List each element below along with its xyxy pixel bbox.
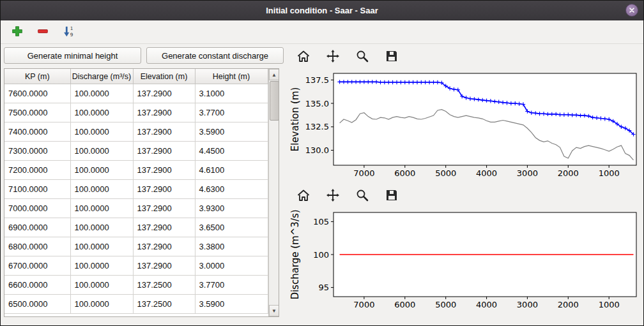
table-cell[interactable]: 6700.0000 (4, 256, 70, 276)
sort-button[interactable]: 1 9 (59, 23, 77, 41)
table-cell[interactable]: 3.7700 (195, 276, 268, 295)
table-cell[interactable]: 7100.0000 (4, 180, 70, 199)
zoom-icon (355, 49, 369, 65)
table-cell[interactable]: 3.3800 (195, 237, 268, 256)
table-cell[interactable]: 3.1000 (195, 84, 268, 103)
column-header[interactable]: Height (m) (195, 69, 268, 84)
table-cell[interactable]: 4.6100 (195, 161, 268, 180)
elevation-chart[interactable]: 7000600050004000300020001000130.0132.513… (289, 68, 644, 184)
svg-text:130.0: 130.0 (305, 145, 329, 155)
table-cell[interactable]: 100.0000 (70, 256, 133, 276)
table-cell[interactable]: 7000.0000 (4, 199, 70, 218)
discharge-chart[interactable]: 700060005000400030002000100095100105Disc… (289, 207, 644, 316)
table-cell[interactable]: 100.0000 (70, 122, 133, 142)
svg-text:135.0: 135.0 (305, 99, 329, 108)
table-row[interactable]: 7000.0000100.0000137.29003.9300 (4, 199, 268, 218)
plot1-home-button[interactable] (294, 47, 313, 66)
plot2-save-button[interactable] (382, 186, 401, 205)
table-cell[interactable]: 3.0000 (195, 256, 268, 276)
table-cell[interactable]: 7300.0000 (4, 142, 70, 161)
table-row[interactable]: 6500.0000100.0000137.25003.5900 (4, 295, 268, 314)
table-cell[interactable]: 3.6500 (195, 218, 268, 237)
plot1-pan-button[interactable] (323, 47, 342, 66)
table-row[interactable]: 6800.0000100.0000137.29003.3800 (4, 237, 268, 256)
table-row[interactable]: 7300.0000100.0000137.29004.4500 (4, 142, 268, 161)
table-cell[interactable]: 3.9300 (195, 199, 268, 218)
table-cell[interactable]: 137.2900 (133, 180, 195, 199)
plot1-zoom-button[interactable] (353, 47, 372, 66)
table-cell[interactable]: 6500.0000 (4, 295, 70, 314)
table-cell[interactable]: 100.0000 (70, 218, 133, 237)
table-cell[interactable]: 137.2900 (133, 256, 195, 276)
table-cell[interactable]: 100.0000 (70, 295, 133, 314)
close-button[interactable] (625, 4, 638, 17)
table-cell[interactable]: 100.0000 (70, 103, 133, 122)
save-icon (385, 49, 399, 65)
table-row[interactable]: 7100.0000100.0000137.29004.6300 (4, 180, 268, 199)
home-icon (296, 49, 310, 65)
plot1-save-button[interactable] (382, 47, 401, 66)
plot2-zoom-button[interactable] (353, 186, 372, 205)
table-row[interactable]: 6900.0000100.0000137.29003.6500 (4, 218, 268, 237)
table-cell[interactable]: 137.2900 (133, 161, 195, 180)
table-cell[interactable]: 137.2900 (133, 103, 195, 122)
table-cell[interactable]: 7600.0000 (4, 84, 70, 103)
svg-text:5000: 5000 (435, 168, 456, 178)
sort-ascending-icon: 1 9 (62, 25, 75, 40)
table-cell[interactable]: 3.7700 (195, 103, 268, 122)
table-cell[interactable]: 100.0000 (70, 199, 133, 218)
plot2-home-button[interactable] (294, 186, 313, 205)
scrollbar-track[interactable] (269, 80, 280, 305)
table-cell[interactable]: 137.2900 (133, 142, 195, 161)
column-header[interactable]: KP (m) (4, 69, 70, 84)
table-cell[interactable]: 100.0000 (70, 84, 133, 103)
svg-text:9: 9 (70, 32, 73, 38)
table-cell[interactable]: 6600.0000 (4, 276, 70, 295)
table-cell[interactable]: 7200.0000 (4, 161, 70, 180)
svg-text:Discharge (m^3/s): Discharge (m^3/s) (289, 209, 301, 299)
column-header[interactable]: Elevation (m) (133, 69, 195, 84)
table-cell[interactable]: 137.2900 (133, 122, 195, 142)
table-row[interactable]: 7500.0000100.0000137.29003.7700 (4, 103, 268, 122)
table-cell[interactable]: 6900.0000 (4, 218, 70, 237)
table-cell[interactable]: 100.0000 (70, 237, 133, 256)
table-row[interactable]: 6700.0000100.0000137.29003.0000 (4, 256, 268, 276)
table-cell[interactable]: 100.0000 (70, 180, 133, 199)
svg-text:7000: 7000 (353, 300, 374, 309)
scrollbar-up-button[interactable]: ▲ (269, 69, 280, 80)
table-cell[interactable]: 7500.0000 (4, 103, 70, 122)
column-header[interactable]: Discharge (m³/s) (70, 69, 133, 84)
zoom-icon (355, 188, 369, 204)
table-row[interactable]: 7200.0000100.0000137.29004.6100 (4, 161, 268, 180)
table-cell[interactable]: 137.2500 (133, 295, 195, 314)
table-cell[interactable]: 137.2500 (133, 276, 195, 295)
table-cell[interactable]: 6800.0000 (4, 237, 70, 256)
table-scrollbar[interactable]: ▲ ▼ (268, 69, 280, 316)
right-panel: 7000600050004000300020001000130.0132.513… (285, 44, 643, 325)
svg-text:100: 100 (313, 250, 329, 260)
table-cell[interactable]: 7400.0000 (4, 122, 70, 142)
table-cell[interactable]: 4.6300 (195, 180, 268, 199)
generate-minimal-height-button[interactable]: Generate minimal height (4, 47, 141, 64)
remove-row-button[interactable] (34, 23, 52, 41)
titlebar[interactable]: Initial condition - Saar - Saar (1, 1, 643, 20)
scrollbar-thumb[interactable] (270, 81, 279, 121)
table-cell[interactable]: 3.5900 (195, 295, 268, 314)
pan-icon (326, 49, 340, 65)
table-cell[interactable]: 100.0000 (70, 142, 133, 161)
table-cell[interactable]: 137.2900 (133, 199, 195, 218)
table-row[interactable]: 7600.0000100.0000137.29003.1000 (4, 84, 268, 103)
generate-constant-discharge-button[interactable]: Generate constant discharge (146, 47, 284, 64)
table-cell[interactable]: 137.2900 (133, 237, 195, 256)
scrollbar-down-button[interactable]: ▼ (269, 305, 280, 316)
add-row-button[interactable] (8, 23, 26, 41)
table-cell[interactable]: 100.0000 (70, 161, 133, 180)
table-cell[interactable]: 100.0000 (70, 276, 133, 295)
table-cell[interactable]: 137.2900 (133, 218, 195, 237)
plot2-pan-button[interactable] (323, 186, 342, 205)
table-cell[interactable]: 3.5900 (195, 122, 268, 142)
table-cell[interactable]: 137.2900 (133, 84, 195, 103)
table-row[interactable]: 7400.0000100.0000137.29003.5900 (4, 122, 268, 142)
table-cell[interactable]: 4.4500 (195, 142, 268, 161)
table-row[interactable]: 6600.0000100.0000137.25003.7700 (4, 276, 268, 295)
